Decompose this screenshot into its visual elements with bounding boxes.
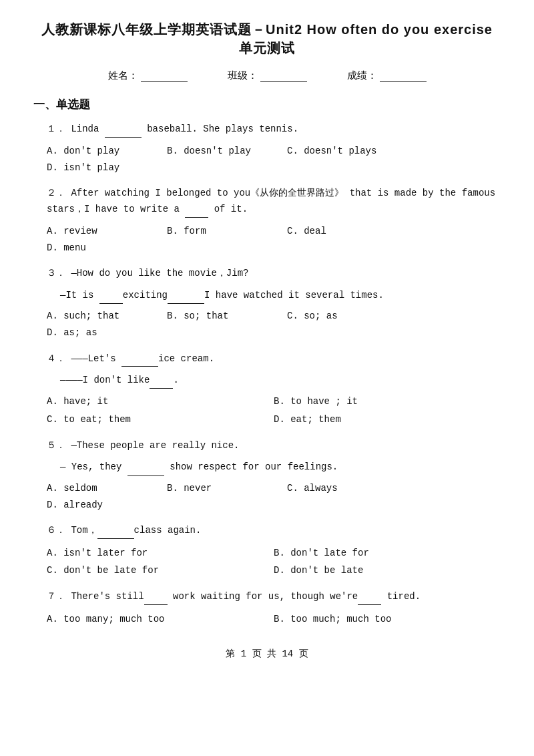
question-6: ６． Tom，class again. A. isn't later for B… (33, 523, 501, 580)
q7-blank1 (144, 594, 168, 605)
q6-optionB: B. don't late for (274, 544, 494, 562)
name-label: 姓名： (108, 69, 138, 82)
q6-blank (97, 528, 134, 539)
page-title: 人教新课标八年级上学期英语试题－Unit2 How often do you e… (33, 20, 501, 57)
q6-optionD: D. don't be late (274, 562, 494, 580)
section1-title: 一、单选题 (33, 97, 501, 112)
class-field: 班级： (228, 69, 307, 82)
q2-options: A. review B. form C. deal D. menu (47, 223, 501, 256)
q2-optionA: A. review (47, 223, 160, 240)
q1-optionA: A. don't play (47, 143, 160, 160)
q1-optionB: B. doesn't play (167, 143, 280, 160)
name-underline (141, 70, 188, 82)
score-label: 成绩： (347, 69, 377, 82)
q5-line1: ５． —These people are really nice. (47, 438, 501, 454)
q1-number: １． (47, 124, 65, 134)
q4-optionC: C. to eat; them (47, 411, 267, 429)
q4-optionA: A. have; it (47, 393, 267, 411)
q7-optionB: B. too much; much too (274, 610, 494, 628)
q2-blank (185, 207, 208, 218)
q5-number: ５． (47, 440, 65, 451)
q7-number: ７． (47, 591, 65, 602)
q7-blank2 (358, 594, 381, 605)
q4-blank2 (150, 378, 173, 389)
q4-number: ４． (47, 353, 65, 364)
q1-options: A. don't play B. doesn't play C. doesn't… (47, 143, 501, 176)
q4-optionB: B. to have ; it (274, 393, 494, 411)
class-underline (260, 70, 307, 82)
q1-optionC: C. doesn't plays (287, 143, 400, 160)
page-footer: 第 1 页 共 14 页 (33, 648, 501, 660)
q5-options: A. seldom B. never C. always D. already (47, 480, 501, 514)
q5-optionD: D. already (47, 497, 160, 514)
info-row: 姓名： 班级： 成绩： (33, 69, 501, 82)
q3-line1: ３． —How do you like the movie，Jim? (47, 266, 501, 282)
q1-blank (105, 127, 142, 138)
q6-optionC: C. don't be late for (47, 562, 267, 580)
q2-optionC: C. deal (287, 223, 400, 240)
q4-options: A. have; it B. to have ; it C. to eat; t… (47, 393, 501, 428)
name-field: 姓名： (108, 69, 188, 82)
q7-text: ７． There's still work waiting for us, th… (47, 589, 501, 605)
q3-optionA: A. such; that (47, 308, 160, 325)
question-3: ３． —How do you like the movie，Jim? —It i… (33, 266, 501, 341)
q7-optionA: A. too many; much too (47, 610, 267, 628)
q3-optionD: D. as; as (47, 325, 160, 341)
page-info: 第 1 页 共 14 页 (226, 648, 308, 659)
q1-text: １． Linda baseball. She plays tennis. (47, 122, 501, 138)
question-4: ４． ———Let's ice cream. ————I don't like.… (33, 351, 501, 429)
q5-line2: — Yes, they show respect for our feeling… (47, 459, 501, 476)
q3-blank2 (168, 293, 204, 304)
q4-line2: ————I don't like. (47, 372, 501, 389)
score-field: 成绩： (347, 69, 427, 82)
q5-optionA: A. seldom (47, 480, 160, 497)
question-5: ５． —These people are really nice. — Yes,… (33, 438, 501, 514)
q1-optionD: D. isn't play (47, 160, 160, 176)
q4-optionD: D. eat; them (274, 411, 494, 429)
q6-number: ６． (47, 525, 65, 536)
class-label: 班级： (228, 69, 258, 82)
q3-line2: —It is excitingI have watched it several… (47, 287, 501, 304)
q6-text: ６． Tom，class again. (47, 523, 501, 539)
q4-line1: ４． ———Let's ice cream. (47, 351, 501, 367)
q3-blank1 (99, 293, 123, 304)
q6-options: A. isn't later for B. don't late for C. … (47, 544, 501, 580)
question-2: ２． After watching I belonged to you《从你的全… (33, 186, 501, 256)
question-1: １． Linda baseball. She plays tennis. A. … (33, 122, 501, 176)
q7-options: A. too many; much too B. too much; much … (47, 610, 501, 628)
q2-number: ２． (47, 188, 65, 198)
q3-optionB: B. so; that (167, 308, 280, 325)
q2-optionD: D. menu (47, 240, 160, 256)
q3-options: A. such; that B. so; that C. so; as D. a… (47, 308, 501, 341)
score-underline (380, 70, 427, 82)
q2-text: ２． After watching I belonged to you《从你的全… (47, 186, 501, 218)
q3-optionC: C. so; as (287, 308, 400, 325)
q2-optionB: B. form (167, 223, 280, 240)
q6-optionA: A. isn't later for (47, 544, 267, 562)
q5-optionC: C. always (287, 480, 400, 497)
q5-blank (127, 465, 164, 476)
q5-optionB: B. never (167, 480, 280, 497)
question-7: ７． There's still work waiting for us, th… (33, 589, 501, 628)
q3-number: ３． (47, 268, 65, 278)
q4-blank1 (121, 356, 158, 367)
